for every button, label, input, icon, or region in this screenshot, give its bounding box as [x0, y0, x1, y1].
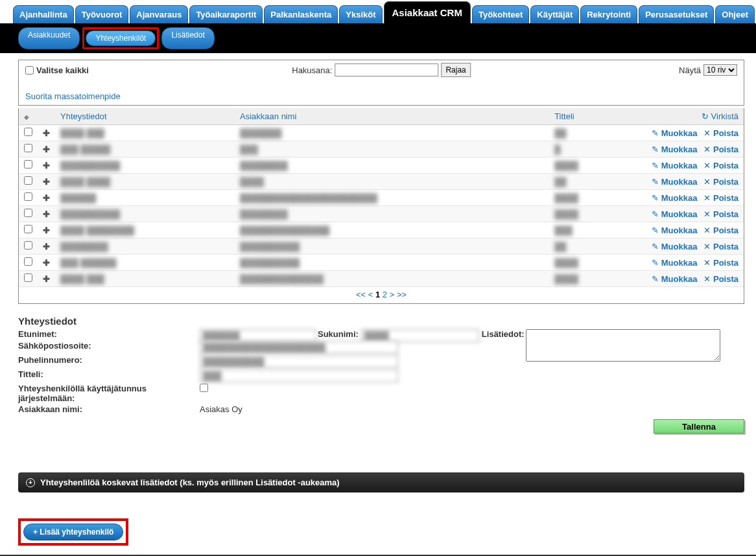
tab-tyoaikaraportit[interactable]: Työaikaraportit [189, 5, 263, 23]
edit-link[interactable]: ✎ Muokkaa [652, 128, 697, 138]
cell-contact: ██████ [60, 193, 96, 203]
cell-title: ██ [554, 128, 566, 138]
expand-icon[interactable]: ✚ [38, 222, 55, 238]
expand-icon[interactable]: ✚ [38, 190, 55, 206]
row-checkbox[interactable] [24, 209, 32, 217]
subtab-yhteyshenkilot[interactable]: Yhteyshenkilöt [86, 30, 156, 46]
checkbox-has-user[interactable] [200, 384, 208, 392]
col-customer[interactable]: Asiakkaan nimi [235, 108, 549, 125]
edit-link[interactable]: ✎ Muokkaa [652, 161, 697, 170]
cell-contact: ████ ███ [60, 274, 104, 284]
edit-link[interactable]: ✎ Muokkaa [652, 177, 697, 187]
delete-link[interactable]: ✕ Poista [703, 226, 738, 235]
delete-link[interactable]: ✕ Poista [703, 128, 738, 138]
col-contact[interactable]: Yhteystiedot [55, 108, 235, 125]
row-checkbox[interactable] [24, 160, 32, 168]
edit-link[interactable]: ✎ Muokkaa [652, 274, 697, 284]
search-button[interactable]: Rajaa [441, 63, 470, 77]
delete-link[interactable]: ✕ Poista [703, 274, 738, 284]
table-row: ✚███ ████████████████████✎ Muokkaa✕ Pois… [19, 255, 744, 271]
delete-link[interactable]: ✕ Poista [703, 209, 738, 219]
select-all-checkbox[interactable] [25, 66, 34, 75]
pager-page-2[interactable]: 2 [383, 290, 387, 299]
sort-icon[interactable]: ◆ [24, 113, 29, 121]
add-contact-button[interactable]: + Lisää yhteyshenkilö [23, 524, 123, 540]
row-checkbox[interactable] [24, 128, 32, 136]
pager-prev[interactable]: << < [356, 290, 373, 299]
input-email[interactable] [200, 341, 398, 354]
tab-perusasetukset[interactable]: Perusasetukset [639, 5, 714, 23]
tab-yksikot[interactable]: Yksiköt [339, 5, 382, 23]
cell-contact: ████ ████████ [60, 226, 134, 235]
input-extra[interactable] [526, 329, 720, 362]
pencil-icon: ✎ [652, 193, 659, 203]
row-checkbox[interactable] [24, 225, 32, 233]
delete-link[interactable]: ✕ Poista [703, 242, 738, 251]
edit-link[interactable]: ✎ Muokkaa [652, 258, 697, 268]
cell-customer: ███ [240, 145, 258, 154]
table-row: ✚████████████████████✎ Muokkaa✕ Poista [19, 238, 744, 255]
save-button[interactable]: Tallenna [654, 419, 744, 434]
delete-link[interactable]: ✕ Poista [703, 258, 738, 268]
cell-title: ████ [554, 161, 578, 170]
tab-ajanhallinta[interactable]: Ajanhallinta [13, 5, 74, 23]
row-checkbox[interactable] [24, 273, 32, 282]
edit-link[interactable]: ✎ Muokkaa [652, 209, 697, 219]
cell-title: ████ [554, 274, 578, 284]
tab-ohjeet[interactable]: Ohjeet [715, 5, 754, 23]
edit-link[interactable]: ✎ Muokkaa [652, 193, 697, 203]
delete-link[interactable]: ✕ Poista [703, 177, 738, 187]
table-row: ✚████ █████████████████████✎ Muokkaa✕ Po… [19, 271, 744, 287]
close-icon: ✕ [703, 161, 711, 170]
label-firstnames: Etunimet: [18, 329, 200, 339]
row-checkbox[interactable] [24, 144, 32, 152]
tab-rekrytointi[interactable]: Rekrytointi [580, 5, 637, 23]
refresh-icon[interactable]: ↻ [702, 111, 709, 121]
expand-icon[interactable]: ✚ [38, 157, 55, 174]
input-firstnames[interactable] [200, 329, 316, 342]
table-row: ✚████ ██████████✎ Muokkaa✕ Poista [19, 174, 744, 190]
tab-asiakkaat-crm[interactable]: Asiakkaat CRM [384, 1, 471, 23]
cell-contact: ███ █████ [60, 145, 110, 154]
search-label: Hakusana: [292, 65, 332, 75]
expand-icon[interactable]: ✚ [38, 271, 55, 287]
pager-next[interactable]: > >> [390, 290, 407, 299]
tab-palkanlaskenta[interactable]: Palkanlaskenta [264, 5, 338, 23]
expand-icon[interactable]: ✚ [38, 141, 55, 157]
delete-link[interactable]: ✕ Poista [703, 161, 738, 170]
edit-link[interactable]: ✎ Muokkaa [652, 226, 697, 235]
input-lastname[interactable] [361, 329, 479, 342]
edit-link[interactable]: ✎ Muokkaa [652, 145, 697, 154]
input-title[interactable] [200, 369, 398, 382]
expand-icon[interactable]: ✚ [38, 206, 55, 222]
edit-link[interactable]: ✎ Muokkaa [652, 242, 697, 251]
subtab-lisatiedot[interactable]: Lisätiedot [161, 27, 214, 49]
close-icon: ✕ [703, 242, 711, 251]
expand-icon[interactable]: ✚ [38, 238, 55, 255]
mass-action-link[interactable]: Suorita massatoimenpide [25, 91, 121, 101]
search-input[interactable] [335, 64, 438, 76]
row-checkbox[interactable] [24, 241, 32, 249]
expand-icon[interactable]: ✚ [38, 255, 55, 271]
col-title[interactable]: Titteli [549, 108, 640, 125]
cell-customer: ████████ [240, 161, 288, 170]
tab-tyovuorot[interactable]: Työvuorot [75, 5, 129, 23]
tab-tyokohteet[interactable]: Työkohteet [472, 5, 529, 23]
tab-kayttajat[interactable]: Käyttäjät [530, 5, 579, 23]
delete-link[interactable]: ✕ Poista [703, 145, 738, 154]
row-checkbox[interactable] [24, 257, 32, 266]
cell-contact: ███ ██████ [60, 258, 117, 268]
extra-info-collapse[interactable]: + Yhteyshenlilöä koskevat lisätiedot (ks… [18, 472, 744, 492]
col-refresh[interactable]: Virkistä [711, 111, 738, 121]
row-checkbox[interactable] [24, 192, 32, 201]
rows-select[interactable]: 10 riv [703, 64, 737, 76]
cell-title: ████ [554, 193, 578, 203]
row-checkbox[interactable] [24, 176, 32, 185]
tab-ajanvaraus[interactable]: Ajanvaraus [130, 5, 188, 23]
expand-icon[interactable]: ✚ [38, 125, 55, 141]
pager-page-1[interactable]: 1 [375, 290, 380, 299]
subtab-asiakkuudet[interactable]: Asiakkuudet [18, 27, 80, 49]
delete-link[interactable]: ✕ Poista [703, 193, 738, 203]
input-phone[interactable] [200, 355, 398, 368]
expand-icon[interactable]: ✚ [38, 174, 55, 190]
